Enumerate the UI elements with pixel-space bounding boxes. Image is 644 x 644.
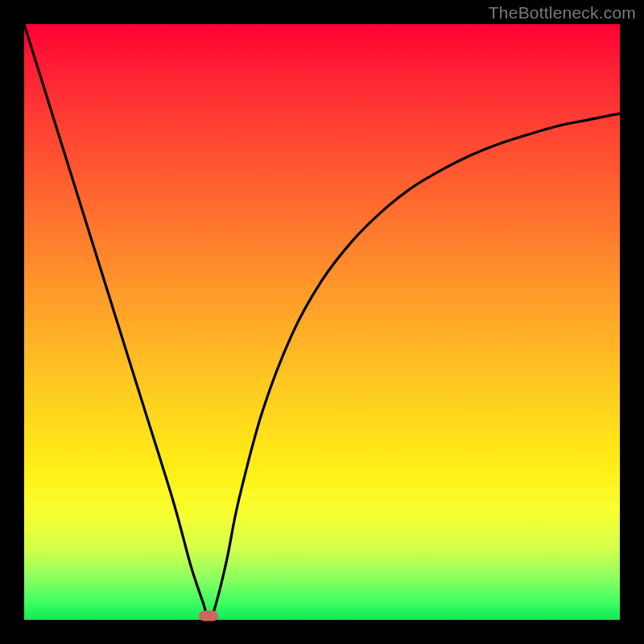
chart-frame: TheBottleneck.com: [0, 0, 644, 644]
watermark-text: TheBottleneck.com: [489, 3, 636, 23]
optimum-marker: [199, 611, 218, 621]
bottleneck-curve: [24, 24, 620, 620]
plot-area: [24, 24, 620, 620]
